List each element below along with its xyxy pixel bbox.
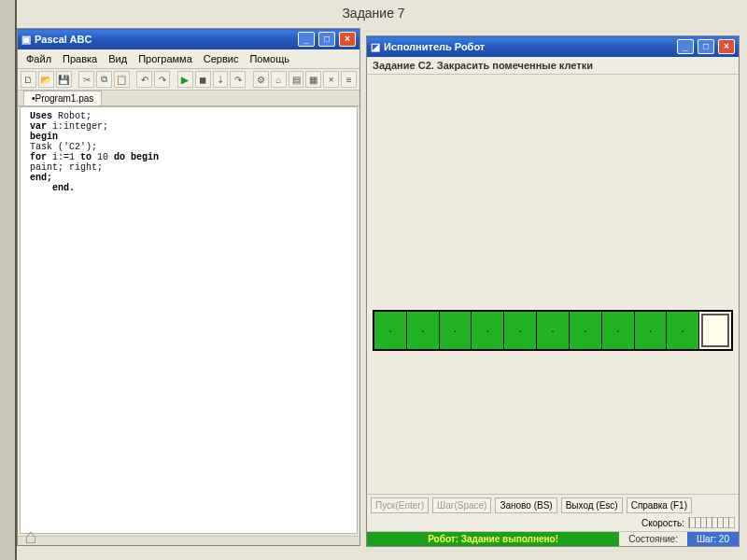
help-button[interactable]: Справка (F1)	[627, 497, 692, 513]
robot-task-label: Задание C2. Закрасить помеченные клетки	[367, 57, 739, 75]
menu-file[interactable]: Файл	[21, 51, 56, 66]
pascal-titlebar[interactable]: ▣ Pascal ABC _ □ ×	[18, 29, 359, 49]
menu-service[interactable]: Сервис	[199, 51, 244, 66]
copy-icon[interactable]: ⧉	[96, 71, 112, 88]
robot-executor-window: ◪ Исполнитель Робот _ □ × Задание C2. За…	[366, 35, 740, 547]
tool-icon-6[interactable]: ≡	[341, 71, 357, 88]
paste-icon[interactable]: 📋	[114, 71, 130, 88]
minimize-button[interactable]: _	[298, 32, 315, 47]
robot-title-text: Исполнитель Робот	[384, 41, 485, 52]
presentation-left-margin	[0, 0, 17, 560]
grid-cell	[602, 312, 635, 349]
robot-titlebar[interactable]: ◪ Исполнитель Робот _ □ ×	[367, 36, 739, 57]
close-button[interactable]: ×	[339, 32, 356, 47]
exit-button[interactable]: Выход (Esc)	[561, 497, 623, 513]
grid-cell	[667, 312, 699, 349]
close-button[interactable]: ×	[718, 39, 735, 54]
grid-cell	[699, 312, 731, 349]
tool-icon-2[interactable]: ⌂	[271, 71, 287, 88]
pascal-app-icon: ▣	[21, 34, 31, 46]
home-icon[interactable]: ⌂	[24, 525, 50, 549]
status-bar	[18, 536, 359, 545]
new-file-icon[interactable]: 🗋	[21, 71, 36, 88]
robot-app-icon: ◪	[371, 41, 380, 53]
grid-cell	[504, 312, 537, 349]
menu-help[interactable]: Помощь	[245, 51, 294, 66]
robot-status-bar: Робот: Задание выполнено! Состояние: Шаг…	[367, 531, 739, 546]
grid-cell	[440, 312, 472, 349]
stop-icon[interactable]: ◼	[195, 71, 211, 88]
grid-cell	[537, 312, 570, 349]
redo-icon[interactable]: ↷	[154, 71, 170, 88]
status-done: Робот: Задание выполнено!	[367, 532, 619, 546]
editor-tabs: •Program1.pas	[18, 91, 359, 106]
pascal-title-text: Pascal ABC	[35, 34, 92, 45]
menu-program[interactable]: Программа	[134, 51, 197, 66]
speed-slider[interactable]	[688, 517, 735, 528]
robot-field	[367, 75, 739, 494]
tool-icon-3[interactable]: ▤	[289, 71, 304, 88]
steps-counter: Шаг: 20	[687, 532, 739, 546]
maximize-button[interactable]: □	[318, 32, 335, 47]
grid-cell	[374, 312, 407, 349]
grid-cell	[407, 312, 440, 349]
tool-icon-4[interactable]: ▦	[305, 71, 321, 88]
tool-icon[interactable]: ⚙	[253, 71, 269, 88]
menu-bar: Файл Правка Вид Программа Сервис Помощь	[18, 49, 359, 69]
undo-icon[interactable]: ↶	[136, 71, 152, 88]
page-title: Задание 7	[0, 6, 747, 21]
run-icon[interactable]: ▶	[177, 71, 193, 88]
robot-controls: Пуск(Enter) Шаг(Space) Заново (BS) Выход…	[367, 494, 739, 531]
robot-grid	[373, 310, 733, 351]
again-button[interactable]: Заново (BS)	[495, 497, 557, 513]
toolbar: 🗋 📂 💾 ✂ ⧉ 📋 ↶ ↷ ▶ ◼ ⇣ ↷ ⚙ ⌂ ▤ ▦ × ≡	[18, 69, 359, 91]
menu-edit[interactable]: Правка	[58, 51, 102, 66]
open-file-icon[interactable]: 📂	[38, 71, 54, 88]
save-icon[interactable]: 💾	[56, 71, 72, 88]
grid-cell	[635, 312, 668, 349]
cut-icon[interactable]: ✂	[78, 71, 94, 88]
grid-cell	[472, 312, 504, 349]
code-editor[interactable]: Uses Robot; var i:integer; begin Task ('…	[20, 106, 358, 534]
pascal-abc-window: ▣ Pascal ABC _ □ × Файл Правка Вид Прогр…	[17, 28, 360, 546]
step-into-icon[interactable]: ⇣	[213, 71, 229, 88]
state-label: Состояние:	[619, 532, 687, 546]
tab-program1[interactable]: •Program1.pas	[23, 91, 102, 105]
grid-cell	[570, 312, 602, 349]
tool-icon-5[interactable]: ×	[323, 71, 339, 88]
maximize-button[interactable]: □	[698, 39, 714, 54]
start-button[interactable]: Пуск(Enter)	[371, 497, 429, 513]
minimize-button[interactable]: _	[677, 39, 694, 54]
step-button[interactable]: Шаг(Space)	[432, 497, 491, 513]
menu-view[interactable]: Вид	[104, 51, 132, 66]
speed-label: Скорость:	[641, 518, 684, 528]
step-over-icon[interactable]: ↷	[230, 71, 246, 88]
